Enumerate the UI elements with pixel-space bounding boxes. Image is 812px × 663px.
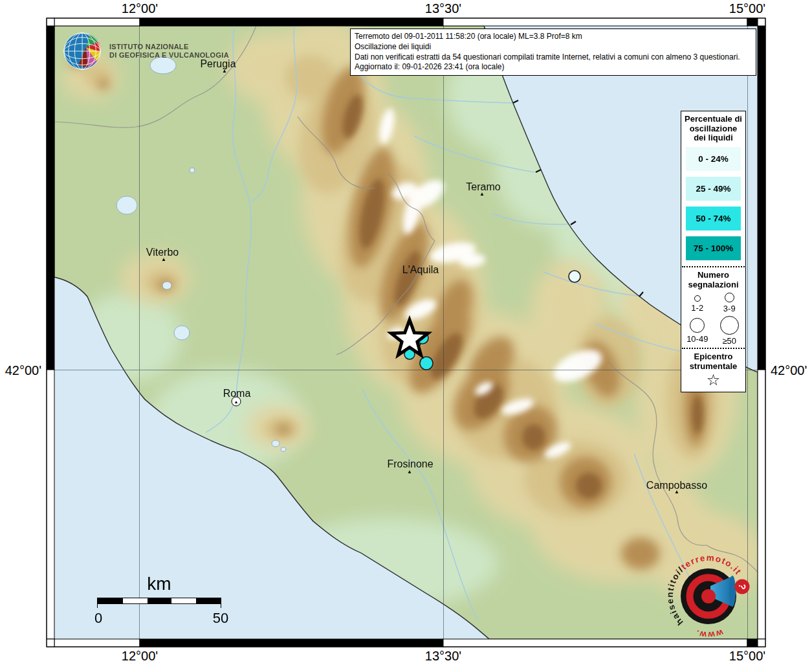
legend-separator [682, 266, 745, 267]
scale-bar: km 0 50 [91, 574, 233, 632]
city-marker-icon: ▲ [222, 69, 227, 74]
coord-label-bottom-1330: 13°30' [425, 649, 461, 663]
legend-class-label: 75 - 100% [694, 243, 734, 253]
coord-label-left-42: 42°00' [0, 363, 41, 378]
svg-text:www.: www. [694, 627, 725, 640]
legend-class-row: 50 - 74% [686, 207, 741, 230]
scale-start-label: 0 [94, 610, 102, 627]
map-subject-line: Oscillazione dei liquidi [355, 42, 752, 52]
event-summary-line: Terremoto del 09-01-2011 11:58:20 (ora l… [355, 32, 752, 42]
city-marker-icon: ▲ [674, 489, 679, 495]
city-marker-icon: ▲ [161, 257, 166, 262]
event-info-box: Terremoto del 09-01-2011 11:58:20 (ora l… [350, 28, 756, 76]
ingv-globe-icon [63, 31, 104, 71]
legend-separator [682, 348, 745, 349]
count-label: 3-9 [723, 304, 736, 313]
coord-label-right-42: 42°00' [771, 363, 807, 378]
count-circle-large-icon [690, 318, 705, 333]
map-interior [54, 19, 763, 639]
scale-unit-label: km [91, 574, 228, 594]
coord-label-top-12: 12°00' [122, 1, 158, 16]
felt-report-dot [569, 271, 580, 282]
scale-end-label: 50 [213, 610, 228, 627]
legend-epicenter-title: Epicentro strumentale [681, 352, 745, 372]
city-label-laquila: L'Aquila [402, 264, 439, 276]
macroseismic-map-page: 12°00' 13°30' 15°00' 12°00' 13°30' 15°00… [0, 0, 812, 663]
city-label-perugia: Perugia [200, 58, 236, 70]
updated-at-line: Aggiornato il: 09-01-2026 23:41 (ora loc… [355, 62, 752, 73]
count-label: ≥50 [722, 336, 736, 346]
count-circle-xlarge-icon [720, 316, 739, 335]
legend-panel: Percentuale di oscillazione dei liquidi … [681, 111, 746, 392]
haisentitoilterremoto-logo: haisentitoilterremoto.it www. ? [660, 547, 758, 646]
legend-count-title: Numero segnalazioni [681, 270, 745, 290]
felt-report-dot [420, 357, 433, 370]
legend-class-row: 75 - 100% [686, 236, 741, 260]
coord-label-top-15: 15°00' [729, 1, 765, 16]
legend-class-label: 25 - 49% [696, 184, 730, 194]
city-marker-icon: ▲ [407, 469, 412, 475]
coord-label-bottom-12: 12°00' [122, 649, 158, 663]
scale-bar-segments [98, 598, 221, 604]
epicenter-star-legend-icon: ☆ [681, 372, 745, 388]
ingv-name-line1: ISTITUTO NAZIONALE [109, 43, 229, 51]
data-disclaimer-line: Dati non verificati estratti da 54 quest… [355, 52, 752, 63]
count-label: 10-49 [686, 334, 708, 344]
count-circle-small-icon [694, 295, 701, 302]
coord-label-top-1330: 13°30' [425, 1, 461, 16]
legend-class-row: 0 - 24% [686, 147, 741, 171]
city-marker-icon: ▲ [479, 192, 485, 197]
legend-class-row: 25 - 49% [686, 177, 741, 201]
legend-class-label: 0 - 24% [698, 154, 729, 164]
coord-label-bottom-15: 15°00' [729, 649, 765, 663]
count-circle-medium-icon [725, 293, 734, 302]
legend-title: Percentuale di oscillazione dei liquidi [684, 115, 743, 143]
legend-class-label: 50 - 74% [696, 214, 730, 223]
city-marker-icon: ▲ [232, 397, 241, 407]
count-label: 1-2 [691, 303, 703, 313]
